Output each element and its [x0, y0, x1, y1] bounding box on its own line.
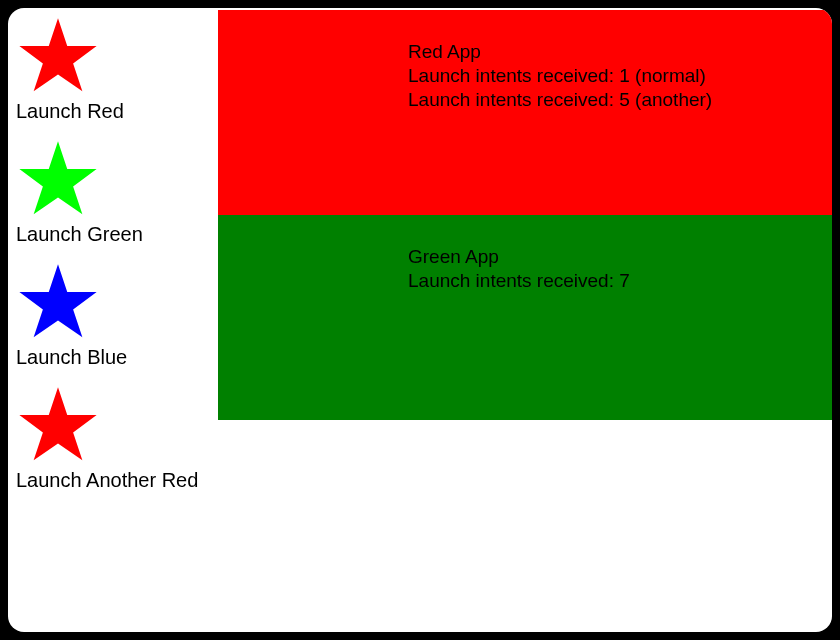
star-icon: [16, 137, 100, 221]
svg-marker-0: [19, 18, 96, 91]
launch-blue-button[interactable]: Launch Blue: [16, 260, 218, 369]
red-app-panel: Red App Launch intents received: 1 (norm…: [218, 10, 832, 215]
launch-green-button[interactable]: Launch Green: [16, 137, 218, 246]
launcher-label: Launch Blue: [16, 346, 127, 369]
launcher-label: Launch Red: [16, 100, 124, 123]
launch-red-button[interactable]: Launch Red: [16, 14, 218, 123]
panel-title: Red App: [408, 40, 832, 64]
svg-marker-1: [19, 141, 96, 214]
intent-count: Launch intents received: 7: [408, 269, 832, 293]
star-icon: [16, 260, 100, 344]
app-frame: Launch Red Launch Green Launch Blue Laun…: [8, 8, 832, 632]
svg-marker-3: [19, 387, 96, 460]
intent-count-normal: Launch intents received: 1 (normal): [408, 64, 832, 88]
star-icon: [16, 383, 100, 467]
launch-another-red-button[interactable]: Launch Another Red: [16, 383, 218, 492]
star-icon: [16, 14, 100, 98]
svg-marker-2: [19, 264, 96, 337]
launcher-sidebar: Launch Red Launch Green Launch Blue Laun…: [8, 8, 218, 632]
launcher-label: Launch Green: [16, 223, 143, 246]
panel-title: Green App: [408, 245, 832, 269]
launcher-label: Launch Another Red: [16, 469, 198, 492]
green-app-panel: Green App Launch intents received: 7: [218, 215, 832, 420]
intent-count-another: Launch intents received: 5 (another): [408, 88, 832, 112]
